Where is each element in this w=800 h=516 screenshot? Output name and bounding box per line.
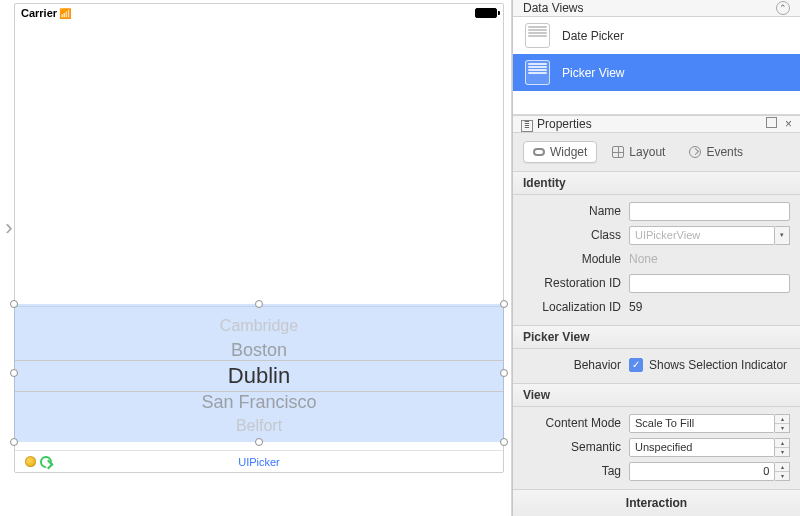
tag-field[interactable] xyxy=(629,462,775,481)
close-icon[interactable]: × xyxy=(785,117,792,131)
picker-row[interactable]: San Francisco xyxy=(201,390,316,414)
properties-title: Properties xyxy=(537,117,592,131)
shows-selection-indicator-label: Shows Selection Indicator xyxy=(649,358,787,372)
content-mode-stepper-icon[interactable]: ▴▾ xyxy=(775,414,790,433)
data-views-item-date-picker[interactable]: Date Picker xyxy=(513,17,800,54)
picker-row[interactable]: Boston xyxy=(231,338,287,362)
class-label: Class xyxy=(513,228,623,242)
class-dropdown-icon[interactable]: ▾ xyxy=(775,226,790,245)
restoration-id-label: Restoration ID xyxy=(513,276,623,290)
semantic-label: Semantic xyxy=(513,440,623,454)
picker-view-icon xyxy=(525,60,550,85)
content-mode-select[interactable] xyxy=(629,414,775,433)
restoration-id-field[interactable] xyxy=(629,274,790,293)
module-value: None xyxy=(629,252,658,266)
warning-dot-icon[interactable] xyxy=(25,456,36,467)
group-view: View xyxy=(513,383,800,407)
semantic-select[interactable] xyxy=(629,438,775,457)
data-views-list: Date Picker Picker View xyxy=(513,17,800,91)
group-picker-view: Picker View xyxy=(513,325,800,349)
shows-selection-indicator-checkbox[interactable] xyxy=(629,358,643,372)
detach-icon[interactable] xyxy=(766,117,777,128)
module-label: Module xyxy=(513,252,623,266)
device-frame[interactable]: Carrier Cambridge Boston Dublin San Fran… xyxy=(14,3,504,473)
semantic-stepper-icon[interactable]: ▴▾ xyxy=(775,438,790,457)
name-field[interactable] xyxy=(629,202,790,221)
properties-tabs: Widget Layout Events xyxy=(513,133,800,171)
data-views-item-picker-view[interactable]: Picker View xyxy=(513,54,800,91)
behavior-label: Behavior xyxy=(513,358,623,372)
picker-row-selected[interactable]: Dublin xyxy=(228,362,290,390)
tag-stepper[interactable]: ▴▾ xyxy=(775,462,790,481)
widget-tab-icon xyxy=(533,148,545,156)
refresh-dot-icon[interactable] xyxy=(40,456,52,468)
wifi-icon xyxy=(57,7,71,19)
tab-layout[interactable]: Layout xyxy=(603,142,674,162)
class-field[interactable] xyxy=(629,226,775,245)
properties-icon: ≣ xyxy=(521,120,533,132)
name-label: Name xyxy=(513,204,623,218)
design-canvas: › Carrier Cambridge Boston Dublin San Fr… xyxy=(0,0,512,516)
group-identity: Identity xyxy=(513,171,800,195)
events-tab-icon xyxy=(689,146,701,158)
localization-id-value: 59 xyxy=(629,300,642,314)
tag-label: Tag xyxy=(513,464,623,478)
layout-tab-icon xyxy=(612,146,624,158)
list-item-label: Picker View xyxy=(562,66,624,80)
list-item-label: Date Picker xyxy=(562,29,624,43)
collapse-icon[interactable]: ⌃ xyxy=(776,1,790,15)
localization-id-label: Localization ID xyxy=(513,300,623,314)
group-interaction: Interaction xyxy=(513,489,800,516)
picker-row[interactable]: Cambridge xyxy=(220,314,298,338)
inspector-panel: Data Views ⌃ Date Picker Picker View ≣Pr… xyxy=(512,0,800,516)
battery-icon xyxy=(475,8,497,18)
tab-widget[interactable]: Widget xyxy=(523,141,597,163)
carrier-label: Carrier xyxy=(21,7,71,19)
picker-row[interactable]: Belfort xyxy=(236,414,282,438)
scene-title: UIPicker xyxy=(15,456,503,468)
canvas-footer: UIPicker xyxy=(15,450,503,472)
properties-header[interactable]: ≣Properties × xyxy=(513,115,800,133)
tab-events[interactable]: Events xyxy=(680,142,752,162)
data-views-title: Data Views xyxy=(523,1,583,15)
data-views-header[interactable]: Data Views ⌃ xyxy=(513,0,800,17)
status-bar: Carrier xyxy=(15,4,503,22)
uipickerview[interactable]: Cambridge Boston Dublin San Francisco Be… xyxy=(15,306,503,444)
date-picker-icon xyxy=(525,23,550,48)
content-mode-label: Content Mode xyxy=(513,416,623,430)
